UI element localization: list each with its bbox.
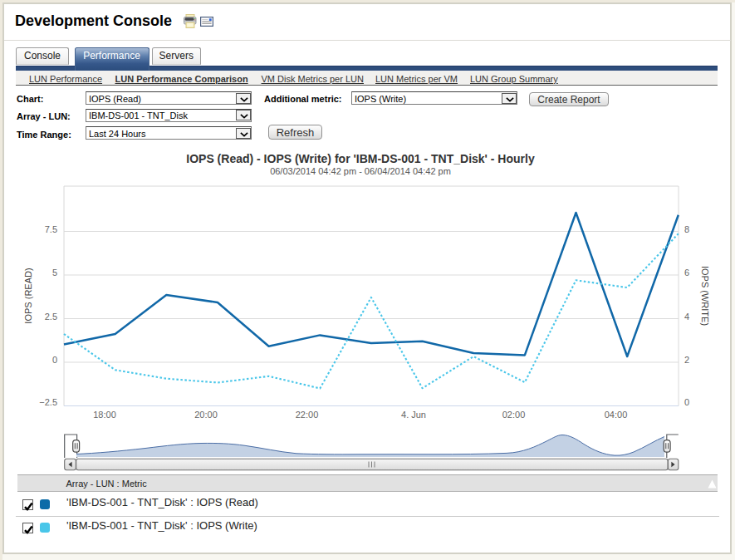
svg-text:6: 6: [684, 268, 689, 278]
svg-text:8: 8: [684, 224, 689, 234]
svg-text:0: 0: [684, 397, 689, 407]
svg-text:−2.5: −2.5: [39, 397, 57, 407]
svg-text:5: 5: [52, 268, 57, 278]
svg-text:02:00: 02:00: [502, 410, 526, 420]
svg-text:22:00: 22:00: [296, 410, 319, 420]
svg-text:IOPS (WRITE): IOPS (WRITE): [700, 266, 710, 326]
svg-text:IOPS (READ): IOPS (READ): [23, 268, 33, 323]
svg-text:IOPS (Read) - IOPS (Write) for: IOPS (Read) - IOPS (Write) for 'IBM-DS-0…: [186, 152, 535, 165]
svg-text:2.5: 2.5: [45, 312, 57, 322]
svg-text:04:00: 04:00: [605, 410, 628, 420]
svg-text:7.5: 7.5: [45, 224, 57, 234]
svg-text:0: 0: [52, 355, 57, 365]
svg-text:4: 4: [684, 312, 689, 322]
svg-text:20:00: 20:00: [194, 410, 218, 420]
svg-text:4. Jun: 4. Jun: [401, 410, 426, 420]
svg-text:06/03/2014 04:42 pm - 06/04/20: 06/03/2014 04:42 pm - 06/04/2014 04:42 p…: [270, 166, 451, 176]
svg-text:18:00: 18:00: [93, 410, 116, 420]
svg-text:2: 2: [684, 355, 689, 365]
